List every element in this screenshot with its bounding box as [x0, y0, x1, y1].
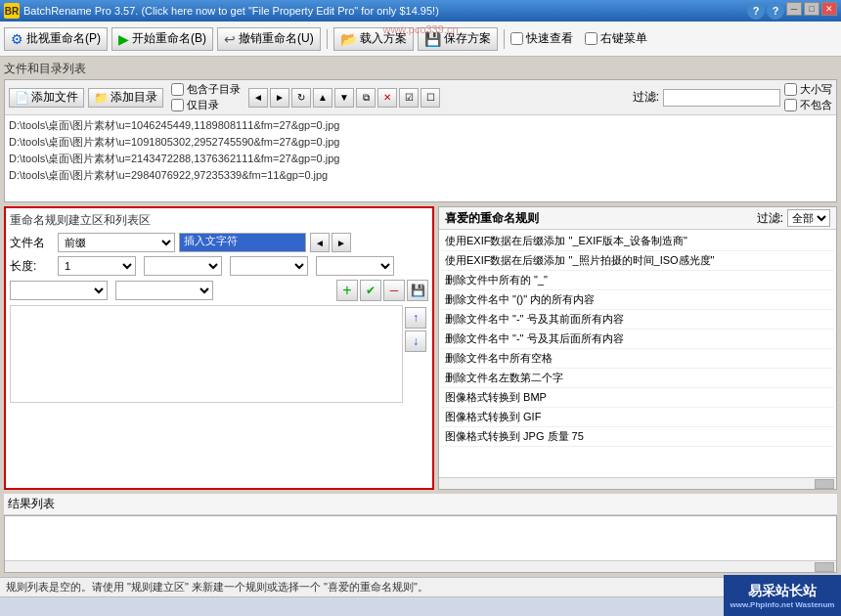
app-icon: BR	[4, 3, 20, 19]
length-select4[interactable]	[316, 256, 394, 276]
main-toolbar: ⚙ 批视重命名(P) ▶ 开始重命名(B) ↩ 撤销重命名(U) 📂 载入方案 …	[0, 22, 841, 57]
quickview-checkbox-label[interactable]: 快速查看	[510, 30, 573, 47]
include-sub-label[interactable]: 包含子目录	[171, 82, 241, 97]
file-section-title: 文件和目录列表	[4, 61, 837, 77]
rules-list-area: ↑ ↓	[10, 305, 428, 403]
sub-select1[interactable]	[10, 281, 108, 300]
move-up-button[interactable]: ↑	[405, 307, 426, 329]
list-item[interactable]: 删除文件中所有的 "_"	[441, 271, 834, 290]
favorites-filter-select[interactable]: 全部	[787, 209, 830, 227]
nav-right-button[interactable]: ►	[270, 88, 289, 108]
title-bar-buttons: ? ? ─ □ ✕	[747, 2, 837, 20]
list-item[interactable]: 图像格式转换到 BMP	[441, 388, 834, 408]
rename-icon: ⚙	[11, 31, 23, 47]
list-item[interactable]: 使用EXIF数据在后缀添加 "_EXIF版本_设备制造商"	[441, 232, 834, 251]
filter-area: 过滤: 大小写 不包含	[633, 82, 832, 112]
dirs-only-label[interactable]: 仅目录	[171, 98, 241, 112]
main-content: 文件和目录列表 📄 添加文件 📁 添加目录 包含子目录	[0, 57, 841, 577]
arrow-left-btn[interactable]: ◄	[310, 233, 330, 252]
start-rename-button[interactable]: ▶ 开始重命名(B)	[111, 27, 213, 51]
corner-brand: 易采站长站	[748, 583, 817, 600]
minimize-button[interactable]: ─	[786, 2, 802, 16]
nav-copy-button[interactable]: ⧉	[356, 88, 376, 108]
undo-icon: ↩	[224, 31, 236, 47]
nav-deselect-button[interactable]: ☐	[420, 88, 440, 108]
sub-row: + ✔ ─ 💾	[10, 280, 428, 301]
nav-arrows: ◄ ► ↻ ▲ ▼ ⧉ ✕ ☑ ☐	[248, 88, 440, 108]
not-include-checkbox[interactable]	[784, 99, 797, 111]
filename-label: 文件名	[10, 235, 54, 251]
file-list-section: 文件和目录列表 📄 添加文件 📁 添加目录 包含子目录	[4, 61, 837, 202]
add-dir-button[interactable]: 📁 添加目录	[88, 88, 163, 108]
filter-options: 大小写 不包含	[784, 82, 832, 112]
add-rule-button[interactable]: +	[336, 280, 358, 301]
result-scrollbar[interactable]	[5, 560, 836, 572]
length-select3[interactable]	[230, 256, 308, 276]
file-list-container: 📄 添加文件 📁 添加目录 包含子目录 仅	[4, 79, 837, 202]
arrow-right-btn[interactable]: ►	[332, 233, 351, 252]
move-down-button[interactable]: ↓	[405, 330, 426, 352]
rightmenu-checkbox-label[interactable]: 右键菜单	[585, 30, 647, 47]
title-bar-left: BR BatchRename Pro 3.57. (Click here now…	[4, 3, 439, 19]
list-item[interactable]: 删除文件名左数第二个字	[441, 369, 834, 388]
filter-label: 过滤:	[633, 89, 659, 106]
action-buttons: + ✔ ─ 💾	[336, 280, 428, 301]
add-dir-icon: 📁	[94, 91, 109, 105]
favorites-title: 喜爱的重命名规则	[445, 210, 539, 227]
batch-rename-button[interactable]: ⚙ 批视重命名(P)	[4, 27, 108, 51]
length-select2[interactable]	[144, 256, 222, 276]
window-title: BatchRename Pro 3.57. (Click here now to…	[23, 5, 439, 17]
rightmenu-checkbox[interactable]	[585, 32, 598, 45]
nav-delete-button[interactable]: ✕	[377, 88, 397, 108]
length-label: 长度:	[10, 258, 54, 275]
help-button-2[interactable]: ?	[767, 2, 784, 20]
middle-area: 重命名规则建立区和列表区 文件名 前缀 后缀 替换 插入文字符 ◄ ►	[4, 206, 837, 490]
bottom-bar	[0, 596, 724, 616]
nav-up-button[interactable]: ▲	[313, 88, 332, 108]
list-item[interactable]: 删除文件名中 "()" 内的所有内容	[441, 290, 834, 310]
status-bar: 规则列表是空的。请使用 "规则建立区" 来新建一个规则或选择一个 "喜爱的重命名…	[0, 577, 841, 596]
nav-refresh-button[interactable]: ↻	[291, 88, 311, 108]
undo-rename-button[interactable]: ↩ 撤销重命名(U)	[217, 27, 321, 51]
list-item[interactable]: 使用EXIF数据在后缀添加 "_照片拍摄的时间_ISO感光度"	[441, 251, 834, 271]
nav-down-button[interactable]: ▼	[334, 88, 354, 108]
dirs-only-checkbox[interactable]	[171, 99, 184, 111]
case-checkbox[interactable]	[784, 83, 797, 96]
insert-text-value[interactable]: 插入文字符	[179, 233, 306, 252]
nav-left-button[interactable]: ◄	[248, 88, 268, 108]
save-rule-button[interactable]: 💾	[407, 280, 428, 301]
list-item[interactable]: 删除文件名中 "-" 号及其前面所有内容	[441, 310, 834, 330]
close-button[interactable]: ✕	[821, 2, 837, 16]
list-item[interactable]: 删除文件名中 "-" 号及其后面所有内容	[441, 330, 834, 349]
status-text: 规则列表是空的。请使用 "规则建立区" 来新建一个规则或选择一个 "喜爱的重命名…	[6, 580, 428, 594]
case-label[interactable]: 大小写	[784, 82, 832, 97]
confirm-rule-button[interactable]: ✔	[360, 280, 381, 301]
favorites-header: 喜爱的重命名规则 过滤: 全部	[439, 207, 836, 230]
list-item[interactable]: 图像格式转换到 GIF	[441, 408, 834, 427]
list-item[interactable]: 删除文件名中所有空格	[441, 349, 834, 369]
add-file-icon: 📄	[15, 91, 29, 105]
list-item: D:\tools\桌面\图片素材\u=1091805302,2952745590…	[9, 134, 832, 151]
quickview-checkbox[interactable]	[510, 32, 523, 45]
not-include-label[interactable]: 不包含	[784, 98, 832, 112]
separator-1	[327, 29, 328, 49]
maximize-button[interactable]: □	[804, 2, 819, 16]
help-button-1[interactable]: ?	[747, 2, 765, 20]
length-select[interactable]: 1 2 3	[58, 256, 136, 276]
list-item: D:\tools\桌面\图片素材\u=1046245449,1189808111…	[9, 117, 832, 134]
nav-select-button[interactable]: ☑	[399, 88, 419, 108]
list-item[interactable]: 图像格式转换到 JPG 质量 75	[441, 427, 834, 447]
save-scheme-button[interactable]: 💾 保存方案	[418, 27, 498, 51]
result-scrollbar-thumb	[815, 562, 834, 572]
favorites-filter: 过滤: 全部	[757, 209, 830, 227]
load-scheme-button[interactable]: 📂 载入方案	[333, 27, 414, 51]
filename-select[interactable]: 前缀 后缀 替换	[58, 233, 175, 252]
filename-row: 文件名 前缀 后缀 替换 插入文字符 ◄ ►	[10, 233, 428, 252]
filter-input[interactable]	[663, 89, 780, 107]
add-file-button[interactable]: 📄 添加文件	[9, 88, 84, 108]
sub-select2[interactable]	[115, 281, 213, 300]
include-sub-checkbox[interactable]	[171, 83, 184, 96]
favorites-scrollbar[interactable]	[439, 477, 836, 489]
remove-rule-button[interactable]: ─	[383, 280, 405, 301]
corner-sub: www.Phpinfo.net Wastenum	[730, 600, 835, 609]
